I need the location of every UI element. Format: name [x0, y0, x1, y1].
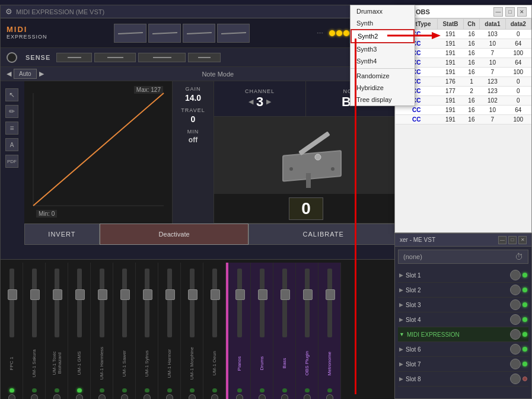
channel-arrow-right[interactable]: ▶	[266, 98, 271, 106]
preset-btn-3[interactable]	[183, 24, 215, 43]
col-statb: StatB	[438, 19, 463, 30]
track-knob-harmless[interactable]	[98, 394, 106, 399]
track-knob-oeun[interactable]	[211, 394, 218, 399]
slot-arrow-8: ▶	[399, 376, 403, 382]
track-led-drums	[260, 388, 265, 393]
track-led-sawer	[122, 388, 127, 393]
track-knob-fpc1[interactable]	[8, 394, 15, 399]
mvst-minimize-button[interactable]: —	[498, 236, 506, 244]
slot-btn-4[interactable]	[510, 314, 521, 325]
slot-btn-7[interactable]	[510, 359, 521, 369]
dropdown-hybridize[interactable]: Hybridize	[351, 82, 415, 94]
fader-harmor[interactable]	[167, 269, 172, 337]
calibrate-button[interactable]: CALIBRATE	[249, 224, 398, 245]
fader-oeun[interactable]	[212, 269, 217, 337]
track-knob-sakura[interactable]	[31, 394, 38, 399]
deactivate-button[interactable]: Deactivate	[100, 224, 249, 245]
dropdown-synth4[interactable]: Synth4	[351, 55, 415, 67]
cursor-icon[interactable]: ↖	[5, 88, 18, 101]
track-knob-morphine[interactable]	[189, 394, 196, 399]
track-pianos: Pianos	[228, 263, 251, 399]
mvst-maximize-button[interactable]: □	[508, 236, 517, 244]
col-data1: data1	[480, 19, 505, 30]
track-led-toxic	[55, 388, 59, 393]
track-knob-drums[interactable]	[259, 394, 266, 399]
fader-sawer[interactable]	[122, 269, 127, 337]
svg-marker-11	[432, 32, 441, 39]
lines-icon[interactable]: ≡	[5, 122, 18, 135]
track-led-sakura	[32, 388, 37, 393]
slot-arrow-7: ▶	[399, 361, 403, 367]
fader-gms[interactable]	[77, 269, 82, 337]
track-knob-gms[interactable]	[76, 394, 83, 399]
channel-arrow-left[interactable]: ◀	[249, 98, 253, 106]
slot-arrow-2: ▶	[399, 287, 403, 293]
preset-btn-2[interactable]	[148, 24, 181, 43]
fls-maximize-button[interactable]: □	[505, 7, 515, 17]
fader-pianos[interactable]	[237, 269, 242, 337]
fls-minimize-button[interactable]: —	[493, 7, 503, 17]
output-value: 0	[289, 197, 323, 220]
track-knob-obs[interactable]	[304, 394, 311, 399]
track-led-morphine	[190, 388, 195, 393]
sense-slider-2[interactable]	[94, 53, 136, 62]
slot-btn-3[interactable]	[510, 299, 521, 310]
fader-drums[interactable]	[260, 269, 265, 337]
track-knob-toxic[interactable]	[53, 394, 60, 399]
track-knob-metronome[interactable]	[326, 394, 333, 399]
track-knob-sytrus[interactable]	[144, 394, 151, 399]
slot-led-4	[523, 317, 527, 322]
fader-bass[interactable]	[282, 269, 287, 337]
track-knob-pianos[interactable]	[236, 394, 243, 399]
midi-expression-window: ⚙ MIDI EXPRESSION (ME VST) ⊞ Pre MIDI EX…	[0, 5, 399, 399]
sense-slider-3[interactable]	[138, 53, 186, 62]
slot-btn-2[interactable]	[510, 285, 521, 295]
slot-btn-6[interactable]	[510, 344, 521, 355]
mvst-slot-8: ▶ Slot 8	[398, 372, 528, 387]
preset-btn-1[interactable]	[114, 24, 146, 43]
track-label-fpc1: FPC 1	[9, 340, 14, 386]
track-knob-harmor[interactable]	[166, 394, 173, 399]
channel-value: 3	[256, 94, 263, 110]
pen-icon[interactable]: ✏	[5, 105, 18, 118]
fader-sakura[interactable]	[32, 269, 37, 337]
window-title: MIDI EXPRESSION (ME VST)	[16, 8, 104, 15]
track-knob-sawer[interactable]	[121, 394, 128, 399]
track-led-pianos	[237, 388, 242, 393]
dropdown-synth[interactable]: Synth	[351, 17, 415, 29]
slot-btn-1[interactable]	[510, 270, 521, 280]
fls-close-button[interactable]: ✕	[517, 7, 527, 17]
sense-bar: SENSE	[1, 48, 398, 67]
logo-preset-bar: MIDI EXPRESSION ····	[1, 18, 398, 48]
mvst-none-selector[interactable]: (none) ⏱	[398, 250, 528, 264]
sense-slider-1[interactable]	[56, 53, 92, 62]
fader-obs[interactable]	[305, 269, 310, 337]
fader-harmless[interactable]	[100, 269, 104, 337]
track-knob-bass[interactable]	[281, 394, 288, 399]
dropdown-drumaxx[interactable]: Drumaxx	[351, 5, 415, 17]
fader-toxic[interactable]	[55, 269, 59, 337]
slot-btn-midi[interactable]	[510, 329, 521, 340]
fader-sytrus[interactable]	[145, 269, 149, 337]
dropdown-randomize[interactable]: Randomize	[351, 70, 415, 82]
invert-button[interactable]: INVERT	[24, 224, 100, 245]
dropdown-synth3[interactable]: Synth3	[351, 43, 415, 55]
svg-point-6	[315, 154, 321, 160]
track-label-sytrus: UM-1 Sytrus	[144, 340, 149, 386]
auto-button[interactable]: Auto	[14, 69, 37, 79]
sense-slider-4[interactable]	[188, 53, 221, 62]
slot-arrow-6: ▶	[399, 346, 403, 352]
track-label-gms: UM-1 GMS	[77, 340, 82, 386]
mvst-close-button[interactable]: ✕	[518, 236, 527, 244]
pdf-icon[interactable]: PDF	[5, 155, 18, 168]
fader-metronome[interactable]	[327, 269, 332, 337]
slot-btn-8[interactable]	[510, 374, 521, 384]
fader-fpc1[interactable]	[9, 269, 14, 337]
fader-morphine[interactable]	[190, 269, 195, 337]
text-icon[interactable]: A	[5, 138, 18, 151]
preset-btn-4[interactable]	[217, 24, 250, 43]
track-label-obs: OBS Plugin	[304, 340, 310, 386]
mvst-slots-list: ▶ Slot 1 ▶ Slot 2 ▶ Slot 3 ▶ Slot 4 ▼ MI…	[395, 267, 531, 388]
col-data2: data2	[505, 19, 531, 30]
dropdown-tree-display[interactable]: Tree display	[351, 94, 415, 106]
